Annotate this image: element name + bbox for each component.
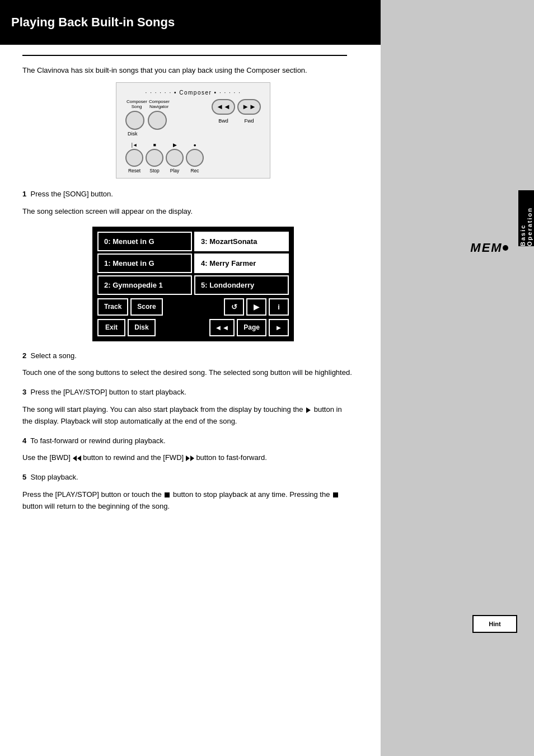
song-btn-0[interactable]: 0: Menuet in G: [97, 232, 192, 251]
composer-panel: · · · · · · • Composer • · · · · · Compo…: [116, 82, 270, 179]
rec-knob[interactable]: [186, 149, 204, 167]
memo-box: MEM: [456, 241, 523, 255]
inline-play-icon: [305, 405, 312, 414]
step3-text: 3 Press the [PLAY/STOP] button to start …: [22, 387, 353, 398]
rec-symbol: ●: [186, 142, 204, 148]
controls-row-2: Exit Disk ◄◄ Page ►: [97, 319, 289, 336]
step2-detail: Touch one of the song buttons to select …: [22, 367, 353, 379]
fwd-button[interactable]: ►►: [237, 99, 261, 115]
step1-detail: The song selection screen will appear on…: [22, 206, 353, 218]
step1-section: 1 Press the [SONG] button. The song sele…: [22, 189, 353, 218]
step3-detail: The song will start playing. You can als…: [22, 404, 353, 428]
song-selector-panel: 0: Menuet in G 3: MozartSonata 1: Menuet…: [92, 227, 294, 341]
step2-text: 2 Select a song.: [22, 350, 353, 362]
step4-detail: Use the [BWD] button to rewind and the […: [22, 452, 353, 464]
page-button[interactable]: Page: [237, 319, 266, 336]
play-display-button[interactable]: ▶: [246, 298, 266, 316]
sidebar-tab: Basic Operation: [518, 190, 534, 246]
navigator-knob[interactable]: [148, 111, 167, 130]
disk-button[interactable]: Disk: [128, 319, 156, 336]
info-button[interactable]: i: [269, 298, 289, 316]
intro-paragraph: The Clavinova has six built-in songs tha…: [22, 65, 353, 77]
score-button[interactable]: Score: [130, 298, 162, 316]
song-btn-4[interactable]: 4: Merry Farmer: [194, 253, 289, 273]
memo-dot: [503, 245, 508, 251]
reload-button[interactable]: ↺: [224, 298, 244, 316]
composer-song-label: ComposerSong: [127, 99, 147, 110]
step4-text: 4 To fast-forward or rewind during playb…: [22, 435, 353, 447]
step5-detail: Press the [PLAY/STOP] button or touch th…: [22, 489, 353, 513]
step4-section: 4 To fast-forward or rewind during playb…: [22, 435, 353, 464]
step3-section: 3 Press the [PLAY/STOP] button to start …: [22, 387, 353, 427]
rec-label: Rec: [186, 168, 204, 173]
play-label: Play: [166, 168, 184, 173]
bwd-label: Bwd: [212, 118, 235, 124]
song-btn-2[interactable]: 2: Gymnopedie 1: [97, 275, 192, 295]
song-knob[interactable]: [125, 111, 144, 130]
prev-page-button[interactable]: ◄◄: [209, 319, 235, 336]
composer-diagram-section: · · · · · · • Composer • · · · · · Compo…: [22, 82, 364, 179]
hint-label: Hint: [489, 621, 500, 627]
page-title: Playing Back Built-in Songs: [11, 15, 175, 31]
play-knob-btn[interactable]: [166, 149, 184, 167]
song-btn-1[interactable]: 1: Menuet in G: [97, 253, 192, 273]
stop-label: Stop: [146, 168, 163, 173]
inline-stop2-icon: [332, 490, 339, 499]
disk-label: Disk: [125, 131, 138, 137]
exit-button[interactable]: Exit: [97, 319, 125, 336]
stop-knob[interactable]: [146, 149, 163, 167]
sidebar-tab-label: Basic Operation: [519, 190, 533, 246]
play-symbol: ▶: [166, 142, 184, 148]
next-page-button[interactable]: ►: [269, 319, 289, 336]
hint-box: Hint: [472, 615, 517, 633]
fwd-label: Fwd: [237, 118, 261, 124]
composer-dots-label: · · · · · · • Composer • · · · · ·: [125, 90, 261, 96]
section-divider: [22, 55, 347, 56]
step5-text: 5 Stop playback.: [22, 472, 353, 483]
inline-fwd-icon: [186, 453, 196, 462]
song-btn-3[interactable]: 3: MozartSonata: [194, 232, 289, 251]
bwd-button[interactable]: ◄◄: [212, 99, 235, 115]
composer-left-group: ComposerSong ComposerNavigator Disk |◄ ■…: [125, 99, 204, 173]
song-btn-5[interactable]: 5: Londonderry: [194, 275, 289, 295]
step2-section: 2 Select a song. Touch one of the song b…: [22, 350, 353, 379]
controls-row-1: Track Score ↺ ▶ i: [97, 298, 289, 316]
right-sidebar: Basic Operation MEM Hint: [381, 0, 534, 756]
header-bar: Playing Back Built-in Songs: [0, 0, 381, 45]
track-button[interactable]: Track: [97, 298, 128, 316]
step5-section: 5 Stop playback. Press the [PLAY/STOP] b…: [22, 472, 353, 512]
reset-label: Reset: [125, 168, 143, 173]
song-grid: 0: Menuet in G 3: MozartSonata 1: Menuet…: [97, 232, 289, 295]
inline-bwd-icon: [73, 453, 83, 462]
inline-stop-icon: [163, 490, 171, 499]
reset-symbol: |◄: [125, 142, 143, 148]
composer-right-group: ◄◄ ►► Bwd Fwd: [212, 99, 261, 124]
stop-symbol: ■: [146, 142, 163, 148]
reset-knob[interactable]: [125, 149, 143, 167]
memo-label: MEM: [456, 241, 523, 255]
step1-text: 1 Press the [SONG] button.: [22, 189, 353, 200]
composer-navigator-label: ComposerNavigator: [149, 99, 169, 110]
